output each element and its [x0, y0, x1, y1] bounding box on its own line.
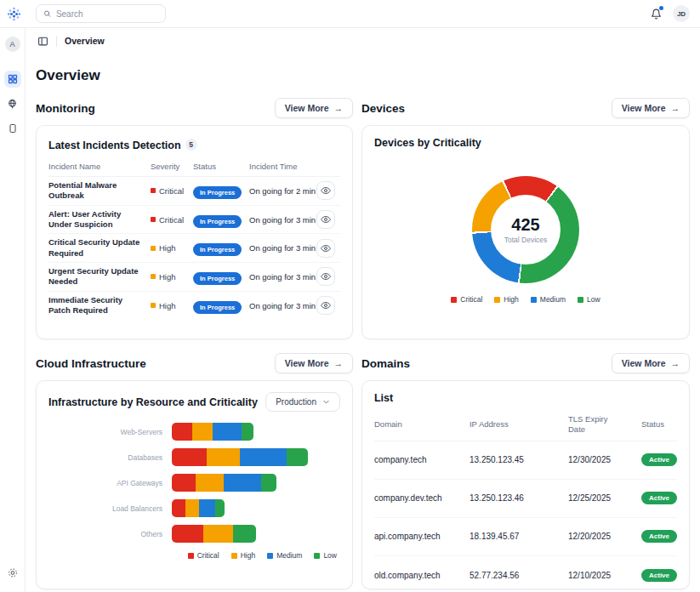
- stacked-bar: [172, 499, 225, 517]
- domain-row: company.tech13.250.123.4512/30/2025Activ…: [374, 441, 677, 480]
- settings-gear-icon[interactable]: [7, 566, 18, 582]
- view-incident-button[interactable]: [316, 181, 335, 200]
- donut-total-value: 425: [511, 216, 539, 233]
- user-avatar[interactable]: JD: [673, 5, 690, 22]
- bar-segment-critical: [172, 525, 203, 543]
- severity-color-square: [151, 303, 156, 308]
- search-icon: [43, 9, 51, 18]
- arrow-right-icon: →: [671, 103, 680, 113]
- monitoring-view-more-button[interactable]: View More →: [275, 98, 353, 118]
- bar-row: Databases: [48, 448, 340, 466]
- legend-item-high: High: [494, 295, 518, 304]
- stacked-bar: [172, 525, 256, 543]
- view-incident-button[interactable]: [316, 296, 335, 315]
- severity-color-square: [151, 217, 156, 222]
- bar-segment-high: [185, 499, 199, 517]
- domain-name: company.dev.tech: [374, 493, 470, 503]
- devices-donut-chart: 425 Total Devices: [472, 176, 579, 283]
- bar-segment-low: [215, 499, 225, 517]
- environment-select[interactable]: Production: [265, 392, 340, 412]
- domains-card-title: List: [374, 392, 677, 404]
- incident-time: On going for 3 min: [249, 272, 316, 282]
- devices-card: Devices by Criticality 425 Total Devices…: [361, 125, 690, 339]
- eye-icon: [321, 271, 331, 282]
- devices-section-title: Devices: [361, 102, 405, 115]
- bar-row: Load Balancers: [48, 499, 340, 517]
- severity-color-square: [151, 246, 156, 251]
- bar-segment-medium: [199, 499, 215, 517]
- device-icon: [8, 123, 18, 134]
- eye-icon: [321, 300, 331, 310]
- legend-color-square: [231, 553, 237, 559]
- sidebar-item-network[interactable]: [4, 95, 21, 112]
- bar-row: Others: [48, 525, 340, 543]
- workspace-avatar[interactable]: A: [5, 37, 20, 52]
- bar-category-label: Load Balancers: [48, 504, 172, 513]
- incident-severity: Critical: [151, 186, 193, 196]
- view-incident-button[interactable]: [316, 239, 335, 258]
- domain-ip: 13.250.123.45: [470, 455, 568, 464]
- sidebar-item-devices[interactable]: [4, 120, 21, 137]
- legend-item-high: High: [231, 551, 255, 560]
- domains-section-title: Domains: [361, 357, 410, 370]
- sidebar-item-dashboard[interactable]: [4, 71, 21, 88]
- incident-row: Critical Security Update RequiredHighIn …: [48, 234, 340, 263]
- app-logo-icon[interactable]: [7, 7, 21, 21]
- domain-ip: 52.77.234.56: [470, 571, 568, 580]
- monitoring-section-title: Monitoring: [36, 102, 95, 115]
- page-title: Overview: [36, 67, 690, 84]
- incidents-card-title: Latest Incidents Detection: [48, 139, 181, 151]
- incident-time: On going for 3 min: [249, 301, 316, 310]
- notifications-bell-icon[interactable]: [649, 7, 663, 20]
- devices-card-title: Devices by Criticality: [374, 137, 677, 149]
- section-cloud-infrastructure: Cloud Infrastructure View More → Infrast…: [36, 353, 353, 589]
- legend-item-medium: Medium: [267, 551, 302, 560]
- bar-segment-high: [196, 474, 224, 492]
- search-input[interactable]: [56, 9, 158, 19]
- incidents-card: Latest Incidents Detection5 Incident Nam…: [36, 125, 353, 339]
- section-domains: Domains View More → List Domain IP Addre…: [361, 353, 690, 589]
- incident-count-badge: 5: [185, 139, 197, 151]
- legend-color-square: [578, 297, 583, 303]
- domains-view-more-button[interactable]: View More →: [612, 353, 690, 373]
- search-input-container: [36, 4, 166, 23]
- bar-row: API Gateways: [48, 474, 340, 492]
- eye-icon: [321, 214, 331, 225]
- view-incident-button[interactable]: [316, 210, 335, 229]
- incident-time: On going for 3 min: [249, 215, 316, 225]
- view-incident-button[interactable]: [316, 267, 335, 286]
- cloud-view-more-button[interactable]: View More →: [275, 353, 353, 373]
- bar-segment-high: [192, 423, 213, 441]
- domain-name: old.company.tech: [374, 571, 470, 580]
- domain-tls-expiry: 12/20/2025: [568, 532, 641, 541]
- incident-name: Critical Security Update Required: [48, 237, 151, 259]
- domain-tls-expiry: 12/30/2025: [568, 455, 641, 464]
- incident-name: Alert: User Activity Under Suspicion: [48, 209, 151, 231]
- legend-item-low: Low: [314, 551, 337, 560]
- section-devices: Devices View More → Devices by Criticali…: [361, 98, 690, 339]
- domain-ip: 18.139.45.67: [470, 532, 568, 541]
- legend-item-medium: Medium: [531, 295, 566, 304]
- legend-color-square: [451, 297, 457, 303]
- incident-severity: High: [151, 272, 193, 282]
- status-badge: In Progress: [193, 215, 242, 228]
- legend-color-square: [314, 553, 320, 559]
- bar-segment-low: [233, 525, 256, 543]
- status-badge: In Progress: [193, 186, 242, 199]
- incident-severity: Critical: [151, 215, 193, 225]
- domain-row: api.company.tech18.139.45.6712/20/2025Ac…: [374, 518, 677, 556]
- panel-toggle-icon[interactable]: [37, 36, 48, 47]
- domain-status-badge: Active: [641, 530, 677, 543]
- severity-color-square: [151, 188, 156, 193]
- bar-segment-low: [261, 474, 276, 492]
- top-bar: JD: [0, 0, 700, 28]
- devices-view-more-button[interactable]: View More →: [612, 98, 690, 118]
- globe-icon: [7, 99, 18, 110]
- bar-segment-low: [242, 423, 253, 441]
- breadcrumb: Overview: [26, 28, 700, 54]
- breadcrumb-title: Overview: [65, 36, 105, 46]
- incident-severity: High: [151, 301, 193, 310]
- arrow-right-icon: →: [671, 358, 680, 368]
- incident-time: On going for 2 min: [249, 186, 316, 196]
- domain-name: api.company.tech: [374, 532, 470, 541]
